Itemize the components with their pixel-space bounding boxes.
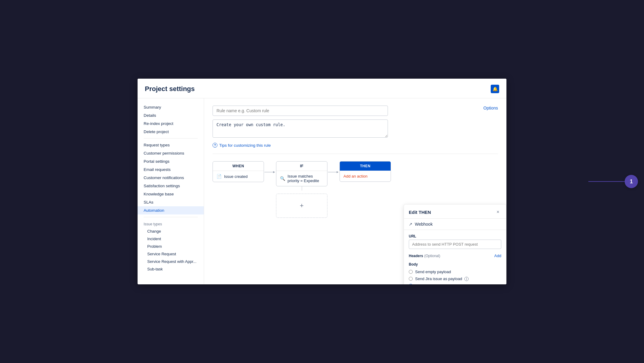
sidebar-item-portal-settings[interactable]: Portal settings [138,157,204,165]
step-badge: 1 [625,175,638,188]
flow-arrow-2 [327,169,340,175]
page-title: Project settings [145,85,195,93]
sidebar-divider-1 [144,138,198,139]
rule-divider [213,154,498,154]
sidebar-section-mid: Request types Customer permissions Porta… [138,141,204,214]
then-block: THEN Add an action [340,161,391,182]
sidebar: Summary Details Re-index project Delete … [138,98,204,284]
radio-custom-input[interactable] [409,284,413,284]
radio-empty-input[interactable] [409,270,413,274]
headers-row: Headers (Optional) Add [409,253,501,258]
header-icon: 🔔 [491,85,499,93]
if-body: 🔍 Issue matchespriority = Expedite [276,171,327,186]
tips-text: Tips for customizing this rule [219,143,271,148]
options-button[interactable]: Options [483,106,498,110]
sidebar-item-delete[interactable]: Delete project [138,128,204,136]
if-card[interactable]: IF 🔍 Issue matchespriority = Expedite [276,161,327,186]
step-indicator: 1 [588,175,638,188]
sidebar-child-problem[interactable]: Problem [138,243,204,250]
headers-add-link[interactable]: Add [494,253,501,258]
sidebar-item-customer-notifications[interactable]: Customer notifications [138,174,204,182]
svg-marker-1 [273,171,275,173]
when-card[interactable]: WHEN 📄 Issue created [213,161,264,182]
info-icon: i [464,277,469,281]
edit-then-body: URL Headers (Optional) Add Body [404,230,506,284]
sidebar-item-knowledge-base[interactable]: Knowledge base [138,190,204,198]
sidebar-item-reindex[interactable]: Re-index project [138,119,204,128]
radio-empty-payload[interactable]: Send empty payload [409,270,501,274]
sidebar-item-customer-permissions[interactable]: Customer permissions [138,149,204,157]
sidebar-item-automation[interactable]: Automation [138,206,204,214]
radio-jira-input[interactable] [409,277,413,281]
when-label: Issue created [224,174,248,179]
app-body: Summary Details Re-index project Delete … [138,98,506,284]
webhook-icon: ↗ [409,222,412,227]
radio-jira-payload[interactable]: Send Jira issue as payload i [409,276,501,281]
url-input[interactable] [409,240,501,249]
webhook-label: Webhook [415,222,433,227]
flow-arrow-1 [264,169,276,175]
tips-link[interactable]: ? Tips for customizing this rule [213,143,498,148]
radio-empty-label: Send empty payload [415,270,451,274]
radio-jira-label: Send Jira issue as payload [415,276,462,281]
when-body: 📄 Issue created [213,171,264,182]
sidebar-section-top: Summary Details Re-index project Delete … [138,103,204,136]
sidebar-item-summary[interactable]: Summary [138,103,204,111]
sidebar-child-subtask[interactable]: Sub-task [138,265,204,273]
radio-custom-payload[interactable]: Send custom payload [409,283,501,284]
issue-created-icon: 📄 [216,174,222,179]
webhook-row: ↗ Webhook [404,219,506,230]
add-action-text[interactable]: Add an action [343,174,368,178]
url-label: URL [409,234,501,238]
sidebar-child-incident[interactable]: Incident [138,235,204,243]
sidebar-item-satisfaction-settings[interactable]: Satisfaction settings [138,182,204,190]
edit-then-header: Edit THEN × [404,204,506,219]
sidebar-divider-2 [144,217,198,217]
if-label: Issue matchespriority = Expedite [288,174,319,183]
if-block: IF 🔍 Issue matchespriority = Expedite + [276,161,327,218]
svg-marker-3 [337,171,338,173]
sidebar-item-request-types[interactable]: Request types [138,141,204,149]
body-label: Body [409,262,501,267]
rule-name-input[interactable] [213,106,388,116]
rule-description-textarea[interactable]: Create your own custom rule. [213,119,388,138]
step-line [588,181,625,182]
if-icon: 🔍 [280,176,285,181]
sidebar-item-details[interactable]: Details [138,111,204,119]
edit-then-panel: Edit THEN × ↗ Webhook URL Headers (Opt [404,204,506,284]
sidebar-child-service-request[interactable]: Service Request [138,250,204,258]
app-header: Project settings 🔔 [138,79,506,98]
sidebar-item-slas[interactable]: SLAs [138,198,204,206]
when-header: WHEN [213,162,264,171]
sidebar-item-email-requests[interactable]: Email requests [138,165,204,174]
sidebar-group-issue-types: Issue types [138,220,204,227]
edit-then-title: Edit THEN [409,210,431,215]
main-content: Options Create your own custom rule. ? T… [204,98,506,284]
if-connector [302,186,302,191]
app-container: Project settings 🔔 Summary Details Re-in… [138,79,506,284]
radio-group: Send empty payload Send Jira issue as pa… [409,270,501,284]
add-condition-card[interactable]: + [276,194,327,218]
sidebar-child-change[interactable]: Change [138,227,204,235]
tips-icon: ? [213,143,217,148]
then-header: THEN [340,162,391,171]
headers-label: Headers (Optional) [409,253,440,258]
if-header: IF [276,162,327,171]
close-button[interactable]: × [495,209,501,215]
then-card[interactable]: THEN Add an action [340,161,391,182]
radio-custom-label: Send custom payload [415,283,453,284]
sidebar-child-service-request-appr[interactable]: Service Request with Appr... [138,258,204,265]
then-body: Add an action [340,171,391,182]
when-block: WHEN 📄 Issue created [213,161,264,182]
